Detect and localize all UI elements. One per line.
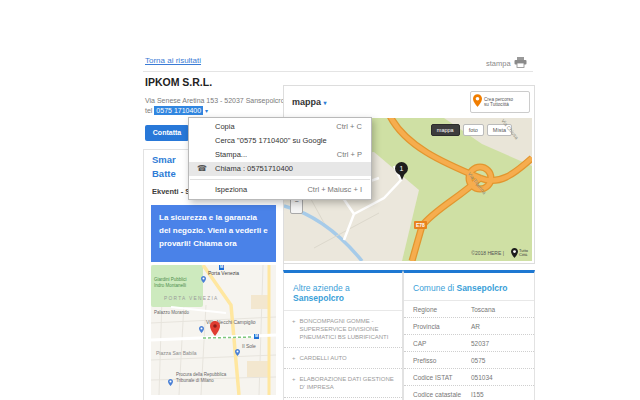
printer-icon xyxy=(514,57,527,70)
black-pin-icon xyxy=(511,248,518,258)
metro-icon: M xyxy=(254,334,259,339)
table-row: RegioneToscana xyxy=(404,301,534,318)
chevron-down-icon[interactable]: ▾ xyxy=(205,108,208,114)
map-marker-1[interactable]: 1 xyxy=(395,162,408,175)
table-row: CAP52037 xyxy=(404,335,534,352)
map-label-procura-2: Tribunale di Milano xyxy=(176,378,226,384)
map-label-sole: Il Sole xyxy=(242,344,256,350)
map-type-buttons: mappa foto Mista xyxy=(431,124,512,136)
row-label: Prefisso xyxy=(413,357,471,364)
company-name: CARDELLI AUTO xyxy=(300,354,347,362)
row-label: Codice ISTAT xyxy=(413,374,471,381)
title-prefix: Altre aziende a xyxy=(293,283,350,293)
map-label-district: PORTA VENEZIA xyxy=(164,296,219,302)
business-location-pin[interactable] xyxy=(210,321,220,336)
promo-heading-2: Batte xyxy=(152,168,176,179)
tuttocitta-route-button[interactable]: Crea percorso su Tuttocittà xyxy=(470,91,530,113)
row-value: 52037 xyxy=(471,340,489,347)
back-to-results-link[interactable]: Torna ai risultati xyxy=(145,56,201,65)
other-companies-title: Altre aziende a Sansepolcro xyxy=(284,273,402,311)
map-view-label: mappa xyxy=(292,97,321,107)
poi-pin-icon xyxy=(235,342,240,349)
promo-heading-1: Smar xyxy=(152,154,176,165)
print-button[interactable]: stampa xyxy=(486,57,527,70)
promo-banner: La sicurezza e la garanzia del negozio. … xyxy=(151,205,276,262)
poi-pin-icon xyxy=(199,319,204,326)
phone-line: tel 0575 1710400 ▾ xyxy=(145,107,208,114)
tuttocitta-logo: Tutto Città xyxy=(511,248,528,258)
map-copyright: ©2018 HERE | xyxy=(471,250,504,256)
map-label-piazza: Piazza San Babila xyxy=(156,351,197,357)
plus-icon: + xyxy=(292,354,296,362)
map-label-palazzo: Palazzo Morando xyxy=(154,310,189,316)
table-row: ProvinciaAR xyxy=(404,318,534,335)
row-value: 051034 xyxy=(471,374,493,381)
menu-item-label: Cerca "0575 1710400" su Google xyxy=(215,134,327,148)
menu-item-copy[interactable]: Copia Ctrl + C xyxy=(189,120,371,134)
comune-title: Comune di Sansepolcro xyxy=(404,273,534,301)
phone-number-selected[interactable]: 0575 1710400 xyxy=(154,106,203,115)
row-value: Toscana xyxy=(471,306,495,313)
company-name: BONCOMPAGNI GOMME - SUPERSERVICE DIVISIO… xyxy=(300,317,394,341)
tel-label: tel xyxy=(145,107,152,114)
comune-info-card: Comune di Sansepolcro RegioneToscana Pro… xyxy=(403,270,535,400)
business-address: Via Senese Aretina 153 - 52037 Sansepolc… xyxy=(145,97,301,104)
poi-pin-icon xyxy=(168,372,173,379)
title-prefix: Comune di xyxy=(413,283,456,293)
page-title: IPKOM S.R.L. xyxy=(145,76,212,88)
menu-item-shortcut: Ctrl + Maiusc + I xyxy=(307,183,362,197)
orange-pin-icon xyxy=(473,93,482,111)
map-label-procura-1: Procura della Repubblica xyxy=(176,372,226,378)
table-row: Codice catastaleI155 xyxy=(404,386,534,400)
map-label-park: Giardini Pubblici Indro Montanelli xyxy=(154,277,192,288)
row-label: CAP xyxy=(413,340,471,347)
phone-icon: ☎ xyxy=(197,162,207,176)
row-value: 0575 xyxy=(471,357,485,364)
company-list-item[interactable]: + CARDELLI AUTO xyxy=(284,348,402,369)
tuttocitta-button-line2: su Tuttocittà xyxy=(484,102,513,108)
map-type-map-button[interactable]: mappa xyxy=(431,124,460,136)
menu-item-search-google[interactable]: Cerca "0575 1710400" su Google xyxy=(189,134,371,148)
map-label-porta-venezia: Porta Venezia xyxy=(208,271,239,277)
company-list-item[interactable]: + ELABORAZIONE DATI GESTIONE D' IMPRESA xyxy=(284,369,402,398)
contact-button[interactable]: Contatta xyxy=(145,125,189,141)
plus-icon: + xyxy=(292,375,296,391)
row-label: Regione xyxy=(413,306,471,313)
google-map[interactable]: Giardini Pubblici Indro Montanelli Porta… xyxy=(151,265,276,395)
row-value: AR xyxy=(471,323,480,330)
row-label: Codice catastale xyxy=(413,391,471,398)
menu-separator xyxy=(190,179,370,180)
menu-item-label: Chiama : 05751710400 xyxy=(215,162,293,176)
title-city: Sansepolcro xyxy=(456,283,507,293)
road-shield: E78 xyxy=(414,221,427,229)
company-list-item[interactable]: + BONCOMPAGNI GOMME - SUPERSERVICE DIVIS… xyxy=(284,311,402,348)
row-label: Provincia xyxy=(413,323,471,330)
poi-pin-icon xyxy=(201,269,206,276)
menu-item-label: Ispeziona xyxy=(215,183,247,197)
row-value: I155 xyxy=(471,391,484,398)
chevron-down-icon: ▾ xyxy=(324,100,327,106)
other-companies-card: Altre aziende a Sansepolcro + BONCOMPAGN… xyxy=(283,270,403,400)
print-label: stampa xyxy=(486,59,511,68)
menu-item-call[interactable]: ☎ Chiama : 05751710400 xyxy=(189,162,371,176)
header-divider xyxy=(143,71,533,72)
menu-item-shortcut: Ctrl + P xyxy=(337,148,362,162)
company-name: ELABORAZIONE DATI GESTIONE D' IMPRESA xyxy=(300,375,394,391)
menu-item-inspect[interactable]: Ispeziona Ctrl + Maiusc + I xyxy=(189,183,371,197)
title-city: Sansepolcro xyxy=(293,293,344,303)
table-row: Prefisso0575 xyxy=(404,352,534,369)
menu-item-shortcut: Ctrl + C xyxy=(336,120,362,134)
map-view-selector[interactable]: mappa ▾ xyxy=(292,97,327,107)
context-menu: Copia Ctrl + C Cerca "0575 1710400" su G… xyxy=(188,117,372,200)
map-type-photo-button[interactable]: foto xyxy=(463,124,484,136)
metro-icon: M xyxy=(219,265,224,270)
menu-item-label: Stampa... xyxy=(215,148,247,162)
plus-icon: + xyxy=(292,317,296,341)
logo-line2: Città xyxy=(519,253,528,258)
menu-item-label: Copia xyxy=(215,120,235,134)
menu-item-print[interactable]: Stampa... Ctrl + P xyxy=(189,148,371,162)
table-row: Codice ISTAT051034 xyxy=(404,369,534,386)
